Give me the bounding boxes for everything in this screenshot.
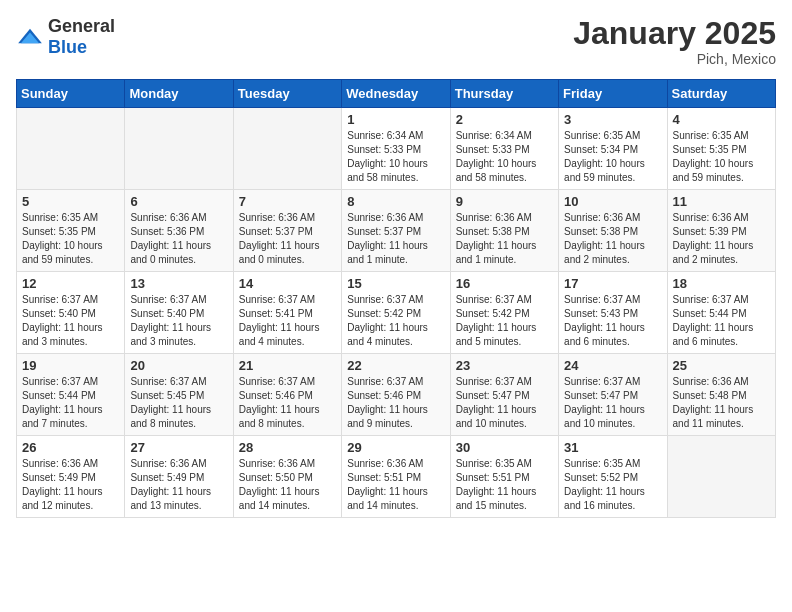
day-number: 21 [239, 358, 336, 373]
calendar-cell: 11Sunrise: 6:36 AM Sunset: 5:39 PM Dayli… [667, 190, 775, 272]
calendar-cell: 13Sunrise: 6:37 AM Sunset: 5:40 PM Dayli… [125, 272, 233, 354]
day-number: 12 [22, 276, 119, 291]
day-number: 20 [130, 358, 227, 373]
weekday-header-friday: Friday [559, 80, 667, 108]
calendar-cell: 27Sunrise: 6:36 AM Sunset: 5:49 PM Dayli… [125, 436, 233, 518]
day-info: Sunrise: 6:37 AM Sunset: 5:47 PM Dayligh… [564, 375, 661, 431]
day-info: Sunrise: 6:34 AM Sunset: 5:33 PM Dayligh… [456, 129, 553, 185]
calendar-cell: 10Sunrise: 6:36 AM Sunset: 5:38 PM Dayli… [559, 190, 667, 272]
calendar-cell: 22Sunrise: 6:37 AM Sunset: 5:46 PM Dayli… [342, 354, 450, 436]
calendar-cell: 6Sunrise: 6:36 AM Sunset: 5:36 PM Daylig… [125, 190, 233, 272]
day-info: Sunrise: 6:37 AM Sunset: 5:45 PM Dayligh… [130, 375, 227, 431]
day-info: Sunrise: 6:36 AM Sunset: 5:39 PM Dayligh… [673, 211, 770, 267]
day-number: 28 [239, 440, 336, 455]
calendar-cell: 30Sunrise: 6:35 AM Sunset: 5:51 PM Dayli… [450, 436, 558, 518]
calendar-cell: 12Sunrise: 6:37 AM Sunset: 5:40 PM Dayli… [17, 272, 125, 354]
calendar-cell [667, 436, 775, 518]
day-number: 16 [456, 276, 553, 291]
weekday-header-row: SundayMondayTuesdayWednesdayThursdayFrid… [17, 80, 776, 108]
calendar-table: SundayMondayTuesdayWednesdayThursdayFrid… [16, 79, 776, 518]
weekday-header-sunday: Sunday [17, 80, 125, 108]
calendar-cell: 20Sunrise: 6:37 AM Sunset: 5:45 PM Dayli… [125, 354, 233, 436]
day-info: Sunrise: 6:37 AM Sunset: 5:43 PM Dayligh… [564, 293, 661, 349]
day-info: Sunrise: 6:35 AM Sunset: 5:35 PM Dayligh… [673, 129, 770, 185]
weekday-header-thursday: Thursday [450, 80, 558, 108]
calendar-cell: 26Sunrise: 6:36 AM Sunset: 5:49 PM Dayli… [17, 436, 125, 518]
calendar-cell: 19Sunrise: 6:37 AM Sunset: 5:44 PM Dayli… [17, 354, 125, 436]
day-number: 13 [130, 276, 227, 291]
calendar-cell [125, 108, 233, 190]
calendar-cell [233, 108, 341, 190]
calendar-week-1: 1Sunrise: 6:34 AM Sunset: 5:33 PM Daylig… [17, 108, 776, 190]
calendar-cell: 9Sunrise: 6:36 AM Sunset: 5:38 PM Daylig… [450, 190, 558, 272]
day-number: 24 [564, 358, 661, 373]
day-number: 29 [347, 440, 444, 455]
day-number: 1 [347, 112, 444, 127]
day-info: Sunrise: 6:37 AM Sunset: 5:44 PM Dayligh… [22, 375, 119, 431]
calendar-cell: 7Sunrise: 6:36 AM Sunset: 5:37 PM Daylig… [233, 190, 341, 272]
day-info: Sunrise: 6:37 AM Sunset: 5:40 PM Dayligh… [22, 293, 119, 349]
weekday-header-monday: Monday [125, 80, 233, 108]
day-number: 9 [456, 194, 553, 209]
calendar-cell: 8Sunrise: 6:36 AM Sunset: 5:37 PM Daylig… [342, 190, 450, 272]
calendar-cell: 21Sunrise: 6:37 AM Sunset: 5:46 PM Dayli… [233, 354, 341, 436]
month-year-title: January 2025 [573, 16, 776, 51]
day-number: 10 [564, 194, 661, 209]
day-info: Sunrise: 6:36 AM Sunset: 5:37 PM Dayligh… [239, 211, 336, 267]
day-info: Sunrise: 6:37 AM Sunset: 5:41 PM Dayligh… [239, 293, 336, 349]
calendar-cell: 23Sunrise: 6:37 AM Sunset: 5:47 PM Dayli… [450, 354, 558, 436]
calendar-week-3: 12Sunrise: 6:37 AM Sunset: 5:40 PM Dayli… [17, 272, 776, 354]
location-subtitle: Pich, Mexico [573, 51, 776, 67]
day-number: 11 [673, 194, 770, 209]
calendar-cell: 29Sunrise: 6:36 AM Sunset: 5:51 PM Dayli… [342, 436, 450, 518]
day-number: 31 [564, 440, 661, 455]
day-info: Sunrise: 6:36 AM Sunset: 5:37 PM Dayligh… [347, 211, 444, 267]
day-number: 5 [22, 194, 119, 209]
calendar-week-4: 19Sunrise: 6:37 AM Sunset: 5:44 PM Dayli… [17, 354, 776, 436]
weekday-header-saturday: Saturday [667, 80, 775, 108]
day-number: 18 [673, 276, 770, 291]
calendar-cell: 28Sunrise: 6:36 AM Sunset: 5:50 PM Dayli… [233, 436, 341, 518]
logo-icon [16, 27, 44, 47]
day-number: 4 [673, 112, 770, 127]
day-info: Sunrise: 6:37 AM Sunset: 5:47 PM Dayligh… [456, 375, 553, 431]
day-number: 8 [347, 194, 444, 209]
day-number: 6 [130, 194, 227, 209]
day-number: 19 [22, 358, 119, 373]
calendar-cell: 31Sunrise: 6:35 AM Sunset: 5:52 PM Dayli… [559, 436, 667, 518]
weekday-header-tuesday: Tuesday [233, 80, 341, 108]
calendar-week-2: 5Sunrise: 6:35 AM Sunset: 5:35 PM Daylig… [17, 190, 776, 272]
day-info: Sunrise: 6:35 AM Sunset: 5:51 PM Dayligh… [456, 457, 553, 513]
calendar-cell: 1Sunrise: 6:34 AM Sunset: 5:33 PM Daylig… [342, 108, 450, 190]
day-info: Sunrise: 6:36 AM Sunset: 5:38 PM Dayligh… [564, 211, 661, 267]
page-header: General Blue January 2025 Pich, Mexico [16, 16, 776, 67]
day-number: 15 [347, 276, 444, 291]
calendar-cell: 18Sunrise: 6:37 AM Sunset: 5:44 PM Dayli… [667, 272, 775, 354]
day-info: Sunrise: 6:36 AM Sunset: 5:36 PM Dayligh… [130, 211, 227, 267]
weekday-header-wednesday: Wednesday [342, 80, 450, 108]
title-block: January 2025 Pich, Mexico [573, 16, 776, 67]
day-info: Sunrise: 6:37 AM Sunset: 5:42 PM Dayligh… [456, 293, 553, 349]
day-number: 2 [456, 112, 553, 127]
day-info: Sunrise: 6:36 AM Sunset: 5:51 PM Dayligh… [347, 457, 444, 513]
day-number: 23 [456, 358, 553, 373]
day-number: 22 [347, 358, 444, 373]
calendar-cell [17, 108, 125, 190]
logo-text: General Blue [48, 16, 115, 58]
day-number: 25 [673, 358, 770, 373]
day-number: 30 [456, 440, 553, 455]
logo: General Blue [16, 16, 115, 58]
day-info: Sunrise: 6:36 AM Sunset: 5:49 PM Dayligh… [22, 457, 119, 513]
day-info: Sunrise: 6:34 AM Sunset: 5:33 PM Dayligh… [347, 129, 444, 185]
day-number: 14 [239, 276, 336, 291]
day-number: 3 [564, 112, 661, 127]
day-info: Sunrise: 6:36 AM Sunset: 5:48 PM Dayligh… [673, 375, 770, 431]
day-number: 17 [564, 276, 661, 291]
day-info: Sunrise: 6:36 AM Sunset: 5:50 PM Dayligh… [239, 457, 336, 513]
day-info: Sunrise: 6:36 AM Sunset: 5:38 PM Dayligh… [456, 211, 553, 267]
day-info: Sunrise: 6:35 AM Sunset: 5:34 PM Dayligh… [564, 129, 661, 185]
calendar-cell: 3Sunrise: 6:35 AM Sunset: 5:34 PM Daylig… [559, 108, 667, 190]
calendar-cell: 24Sunrise: 6:37 AM Sunset: 5:47 PM Dayli… [559, 354, 667, 436]
day-info: Sunrise: 6:37 AM Sunset: 5:46 PM Dayligh… [239, 375, 336, 431]
day-info: Sunrise: 6:37 AM Sunset: 5:42 PM Dayligh… [347, 293, 444, 349]
